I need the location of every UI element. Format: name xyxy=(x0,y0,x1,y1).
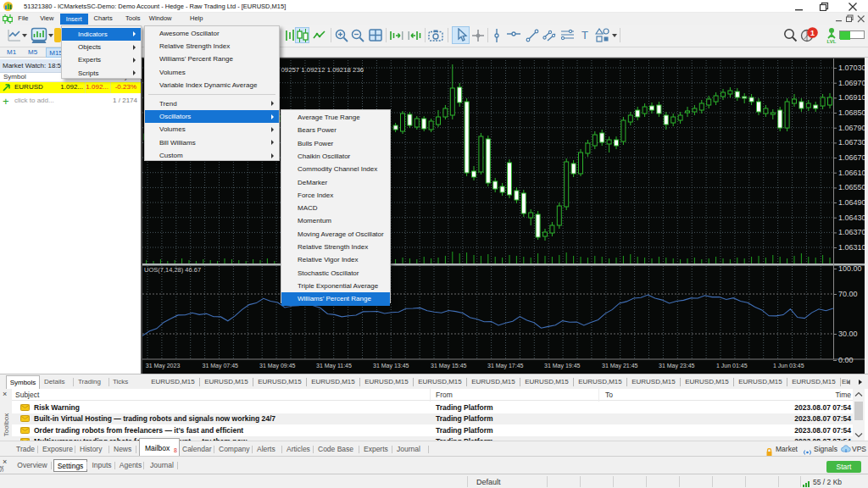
svg-text:31 May 09:45: 31 May 09:45 xyxy=(259,363,296,369)
svg-text:1.06430: 1.06430 xyxy=(838,214,865,222)
svg-text:0.00: 0.00 xyxy=(838,356,854,364)
svg-text:1 Jun 03:45: 1 Jun 03:45 xyxy=(773,363,804,369)
svg-text:1.06670: 1.06670 xyxy=(838,153,865,162)
svg-text:1.06850: 1.06850 xyxy=(838,108,865,117)
svg-text:1.06610: 1.06610 xyxy=(838,169,865,177)
svg-text:31 May 21:45: 31 May 21:45 xyxy=(602,363,638,369)
svg-text:09257 1.09212 1.09218 236: 09257 1.09212 1.09218 236 xyxy=(281,66,364,74)
svg-text:1.06370: 1.06370 xyxy=(838,228,865,236)
svg-text:31 May 15:45: 31 May 15:45 xyxy=(431,363,467,369)
svg-text:31 May 23:45: 31 May 23:45 xyxy=(659,363,695,369)
svg-text:LVL: LVL xyxy=(827,39,837,44)
svg-text:1.07030: 1.07030 xyxy=(838,64,865,72)
svg-text:31 May 07:45: 31 May 07:45 xyxy=(203,363,239,369)
svg-text:1.06730: 1.06730 xyxy=(838,138,865,147)
svg-text:1.06310: 1.06310 xyxy=(838,243,865,252)
svg-text:31 May 2023: 31 May 2023 xyxy=(146,363,181,369)
svg-text:70.00: 70.00 xyxy=(838,290,858,298)
svg-text:1.06490: 1.06490 xyxy=(838,198,865,207)
svg-text:1 Jun 01:45: 1 Jun 01:45 xyxy=(716,363,748,369)
svg-text:31 May 17:45: 31 May 17:45 xyxy=(487,363,524,369)
svg-text:1.06970: 1.06970 xyxy=(838,79,865,87)
svg-text:100.00: 100.00 xyxy=(838,264,862,273)
svg-text:1.06910: 1.06910 xyxy=(838,93,865,102)
svg-text:1.06790: 1.06790 xyxy=(838,124,865,132)
svg-text:30.00: 30.00 xyxy=(838,330,858,338)
svg-text:1: 1 xyxy=(810,29,815,37)
svg-text:1.06550: 1.06550 xyxy=(838,183,865,191)
svg-text:31 May 13:45: 31 May 13:45 xyxy=(373,363,409,369)
svg-text:31 May 19:45: 31 May 19:45 xyxy=(544,363,581,369)
svg-text:31 May 11:45: 31 May 11:45 xyxy=(316,363,352,369)
svg-text:UOS(7,14,28) 46.67: UOS(7,14,28) 46.67 xyxy=(144,266,201,274)
